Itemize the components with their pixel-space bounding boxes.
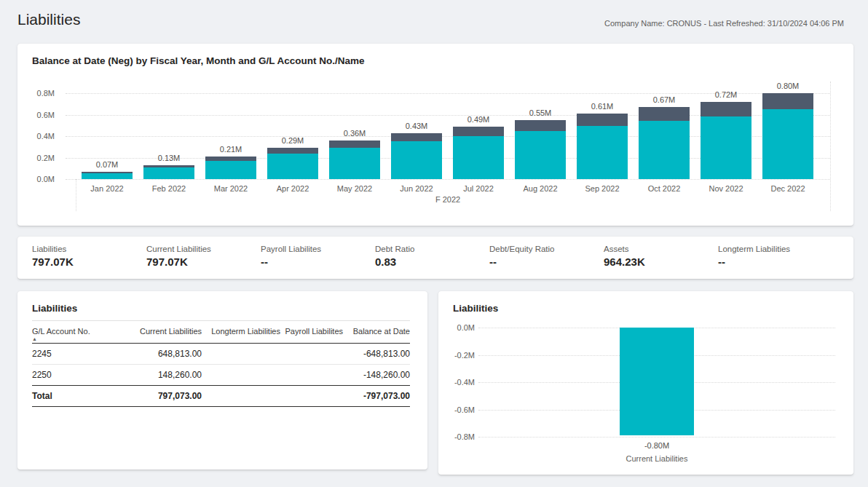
- bar-segment-2250[interactable]: [762, 93, 813, 109]
- bar-total-label: 0.21M: [200, 144, 261, 154]
- total-longterm-liabilities: [202, 386, 280, 407]
- y-axis-tick-label: 0.2M: [17, 153, 55, 163]
- kpi-label: Assets: [604, 245, 713, 253]
- x-axis-category-label: Dec 2022: [757, 183, 818, 194]
- x-axis-category-label: Oct 2022: [634, 183, 695, 194]
- kpi-value: 797.07K: [32, 256, 141, 268]
- kpi-label: Debt Ratio: [375, 245, 484, 253]
- bar-segment-2245[interactable]: [762, 109, 813, 179]
- negative-bar-chart[interactable]: 0.0M-0.2M-0.4M-0.6M-0.8M-0.80MCurrent Li…: [438, 291, 853, 475]
- table-row[interactable]: 2245 648,813.00 -648,813.00: [32, 344, 410, 365]
- kpi-value: --: [718, 256, 827, 268]
- bar-segment-2250[interactable]: [577, 114, 628, 126]
- kpi-assets: Assets 964.23K: [604, 245, 713, 268]
- cell-balance-at-date[interactable]: -648,813.00: [343, 344, 410, 365]
- x-axis-category-label: Feb 2022: [138, 183, 200, 194]
- y-axis-tick-label: 0.6M: [17, 110, 55, 120]
- kpi-value: --: [489, 256, 599, 268]
- kpi-label: Current Liabilities: [146, 245, 256, 253]
- y-axis-tick-label: -0.6M: [438, 405, 475, 415]
- page-title: Liabilities: [17, 11, 80, 28]
- cell-longterm-liabilities[interactable]: [202, 365, 280, 386]
- liabilities-table: G/L Account No. ▲ Current Liabilities Lo…: [32, 325, 410, 407]
- bar-segment-2250[interactable]: [639, 107, 690, 120]
- kpi-strip-card: Liabilities 797.07K Current Liabilities …: [17, 237, 853, 279]
- cell-payroll-liabilites[interactable]: [280, 344, 343, 365]
- y-axis-tick-label: 0.8M: [17, 88, 55, 98]
- sort-ascending-icon: ▲: [32, 336, 129, 341]
- column-header-payroll-liabilites[interactable]: Payroll Liabilites: [280, 325, 343, 344]
- kpi-label: Debt/Equity Ratio: [489, 245, 599, 253]
- kpi-liabilities: Liabilities 797.07K: [32, 245, 141, 268]
- bar-total-label: 0.29M: [262, 135, 323, 146]
- kpi-longterm-liabilities: Longterm Liabilities --: [718, 245, 827, 268]
- company-refresh-info: Company Name: CRONUS - Last Refreshed: 3…: [604, 19, 844, 28]
- bar-segment-2250[interactable]: [515, 120, 566, 131]
- kpi-value: 0.83: [375, 256, 484, 268]
- x-axis-category-label: Jun 2022: [386, 183, 447, 194]
- gridline: [66, 179, 830, 180]
- kpi-debt-ratio: Debt Ratio 0.83: [375, 245, 484, 268]
- bar-total-label: 0.80M: [757, 81, 818, 91]
- kpi-payroll-liabilities: Payroll Liabilites --: [261, 245, 370, 268]
- cell-current-liabilities[interactable]: 148,260.00: [129, 365, 202, 386]
- column-header-balance-at-date[interactable]: Balance at Date: [343, 325, 410, 344]
- kpi-label: Liabilities: [32, 245, 141, 253]
- bar-segment-2250[interactable]: [329, 140, 380, 148]
- kpi-value: --: [261, 256, 370, 268]
- cell-longterm-liabilities[interactable]: [202, 344, 280, 365]
- x-axis-category-label: Jul 2022: [448, 183, 509, 194]
- cell-account-no[interactable]: 2250: [32, 365, 129, 386]
- cell-current-liabilities[interactable]: 648,813.00: [129, 344, 202, 365]
- bar-total-label: 0.36M: [324, 128, 385, 138]
- current-liabilities-bar[interactable]: [620, 328, 694, 435]
- column-header-label: G/L Account No.: [32, 327, 90, 336]
- bar-segment-2245[interactable]: [577, 126, 628, 179]
- bar-segment-2245[interactable]: [143, 167, 194, 179]
- column-header-longterm-liabilities[interactable]: Longterm Liabilities: [202, 325, 280, 344]
- x-axis-category-label: Aug 2022: [510, 183, 571, 194]
- bar-total-label: 0.67M: [634, 95, 695, 105]
- bar-total-label: 0.55M: [510, 108, 571, 118]
- bar-segment-2245[interactable]: [453, 136, 504, 179]
- bar-segment-2245[interactable]: [329, 148, 380, 179]
- x-axis-category-label: Sep 2022: [572, 183, 633, 194]
- kpi-debt-equity-ratio: Debt/Equity Ratio --: [489, 245, 599, 268]
- table-row[interactable]: 2250 148,260.00 -148,260.00: [32, 365, 410, 386]
- bar-segment-2245[interactable]: [205, 161, 256, 179]
- gridline: [478, 437, 835, 437]
- bar-segment-2250[interactable]: [453, 127, 504, 136]
- bar-segment-2245[interactable]: [267, 154, 318, 179]
- total-label: Total: [32, 386, 129, 407]
- cell-payroll-liabilites[interactable]: [280, 365, 343, 386]
- y-axis-tick-label: -0.4M: [438, 377, 475, 387]
- x-axis-category-label: May 2022: [324, 183, 385, 194]
- bar-segment-2250[interactable]: [391, 133, 442, 142]
- cell-balance-at-date[interactable]: -148,260.00: [343, 365, 410, 386]
- x-axis-category-label: Jan 2022: [76, 183, 138, 194]
- bar-segment-2250[interactable]: [267, 148, 318, 154]
- bar-segment-2245[interactable]: [701, 116, 751, 179]
- bar-segment-2245[interactable]: [82, 173, 133, 179]
- y-axis-tick-label: -0.2M: [438, 350, 475, 360]
- bar-total-label: 0.61M: [572, 101, 633, 111]
- kpi-current-liabilities: Current Liabilities 797.07K: [146, 245, 256, 268]
- bar-segment-2245[interactable]: [639, 121, 690, 179]
- balance-by-month-chart-card: Balance at Date (Neg) by Fiscal Year, Mo…: [17, 44, 853, 226]
- bar-segment-2245[interactable]: [515, 131, 566, 179]
- column-header-gl-account-no[interactable]: G/L Account No. ▲: [32, 325, 129, 344]
- bar-segment-2245[interactable]: [391, 141, 442, 179]
- cell-account-no[interactable]: 2245: [32, 344, 129, 365]
- bar-segment-2250[interactable]: [701, 102, 751, 116]
- bar-total-label: 0.43M: [386, 121, 447, 131]
- kpi-label: Longterm Liabilities: [718, 245, 827, 253]
- total-current-liabilities: 797,073.00: [129, 386, 202, 407]
- y-axis-tick-label: -0.8M: [438, 432, 475, 442]
- x-axis-category-label: Apr 2022: [262, 183, 323, 194]
- x-axis-category-label: Current Liabilities: [598, 454, 716, 464]
- bar-total-label: 0.72M: [695, 90, 757, 100]
- x-axis-category-label: Nov 2022: [695, 183, 757, 194]
- stacked-bar-chart[interactable]: 0.0M0.2M0.4M0.6M0.8M0.07MJan 20220.13MFe…: [17, 44, 853, 226]
- column-header-current-liabilities[interactable]: Current Liabilities: [129, 325, 202, 344]
- bar-total-label: 0.49M: [448, 114, 509, 124]
